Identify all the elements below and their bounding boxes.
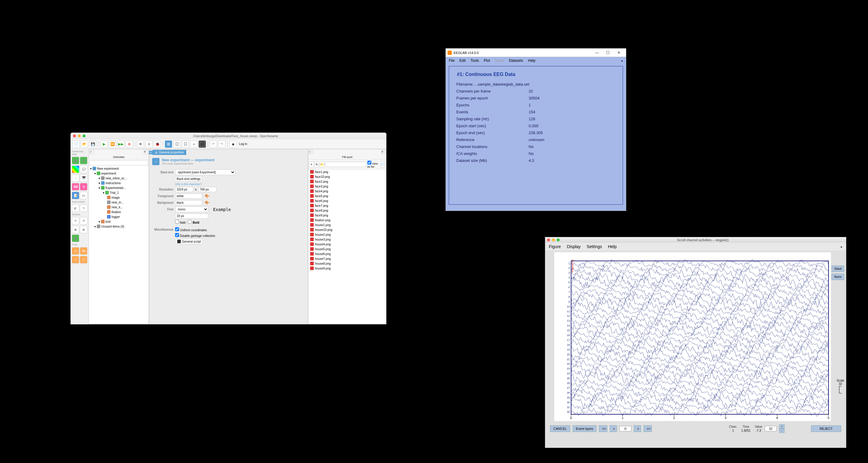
pygaze-tool-3[interactable]: ◉ [72,226,79,233]
file-item[interactable]: face5.png [308,193,386,198]
inline-script-tool[interactable]: py [80,192,87,199]
tab-button-3[interactable]: ☐ [182,141,189,148]
file-item[interactable]: house2.png [308,232,386,237]
nav-back2-button[interactable]: << [599,425,607,432]
cancel-button[interactable]: CANCEL [550,425,570,432]
save-button[interactable]: 💾 [89,141,96,148]
keyboard-tool[interactable]: ⌨ [72,183,79,190]
file-item[interactable]: face1.png [308,169,386,174]
logger-tool[interactable]: 📝 [72,192,79,199]
file-item[interactable]: house10.png [308,227,386,232]
bg-color-picker[interactable]: 🎨 [204,200,210,205]
file-item[interactable]: house5.png [308,247,386,251]
event-types-button[interactable]: Event types [572,425,596,432]
close-panel-icon[interactable]: × [381,150,385,154]
pygaze-tool-1[interactable]: 👁 [72,217,79,224]
feedback-tool[interactable]: 💬 [80,165,87,173]
zoom-traffic-light[interactable] [557,239,560,242]
pygaze-tool-4[interactable]: ◉ [80,226,87,233]
menu-edit[interactable]: Edit [459,59,466,63]
norm-button[interactable]: Norm [832,274,844,280]
sketchpad-tool[interactable] [72,165,79,173]
file-item[interactable]: house6.png [308,251,386,256]
sampler-tool[interactable]: ♪ [72,174,79,182]
menu-plot[interactable]: Plot [484,59,490,63]
eeg-plot-area[interactable]: boundary12345678910111213141516171819202… [554,252,831,421]
font-family-select[interactable]: mono [175,207,208,212]
pygaze-tool-2[interactable]: 👁 [80,217,87,224]
scale-input[interactable] [765,426,777,431]
fg-color-picker[interactable]: 🎨 [204,193,210,198]
new-file-button[interactable]: 📄 [72,141,80,148]
file-item[interactable]: house8.png [308,261,386,266]
tree-item[interactable]: logger [89,214,149,219]
reject-button[interactable]: REJECT [811,425,841,432]
close-traffic-light[interactable] [73,134,76,137]
minimize-traffic-light[interactable] [552,239,555,242]
kill-button[interactable]: ⊗ [126,141,133,148]
menu-datasets[interactable]: Datasets [509,59,523,63]
res-width-input[interactable] [175,187,193,192]
refresh-button[interactable]: ↻ [315,161,319,167]
tree-item[interactable]: ▾ Experimental... [89,185,149,190]
file-item[interactable]: face9.png [308,213,386,218]
file-item[interactable]: house7.png [308,256,386,261]
tree-item[interactable]: ▾ Unused items (3) [89,224,149,229]
tree-item[interactable]: fixation [89,210,149,214]
menu-file[interactable]: File [449,59,455,63]
form-tool-1[interactable]: ▭ [72,247,79,255]
info-button[interactable]: ⓘ [381,161,385,167]
synth-tool[interactable]: 🎹 [80,174,87,182]
minimize-button[interactable]: — [592,50,602,56]
file-item[interactable]: face4.png [308,189,386,193]
tree-item[interactable]: new_in... [89,200,149,205]
tree-item[interactable]: ▾ Trial_1 [89,190,149,195]
general-properties-tab[interactable]: ◎General properties [153,150,186,155]
nav-fwd-button[interactable]: > [634,425,641,432]
flow-tool-1[interactable]: ◐ [72,204,79,212]
tree-button[interactable]: ⦀ [145,141,153,148]
redo-button[interactable]: ↷ [218,141,225,148]
scale-up-button[interactable]: + [779,425,784,429]
file-item[interactable]: face2.png [308,179,386,184]
filepool-filter[interactable] [325,162,367,167]
zoom-traffic-light[interactable] [83,134,86,137]
open-button[interactable]: 📂 [81,141,88,148]
view-as-list-checkbox[interactable]: View as list [367,161,380,168]
gc-checkbox[interactable]: Disable garbage collection [175,233,215,238]
pin-icon[interactable]: ○ [90,150,94,154]
nav-back-button[interactable]: < [610,425,617,432]
bold-checkbox[interactable]: Bold [188,220,199,224]
res-height-input[interactable] [198,187,216,192]
scale-down-button[interactable]: - [779,429,784,433]
menu-tools[interactable]: Tools [470,59,479,63]
uniform-checkbox[interactable]: Uniform coordinates [175,227,207,232]
help-button[interactable]: ◈ [229,141,237,148]
menu-figure[interactable]: Figure [549,244,561,249]
file-item[interactable]: face6.png [308,198,386,203]
browse-button[interactable]: 📁 [320,161,324,167]
minimize-traffic-light[interactable] [78,134,81,137]
menu-more-icon[interactable]: ▸ [621,59,623,62]
file-item[interactable]: face3.png [308,184,386,189]
tab-button-4[interactable]: ⟐ [190,141,197,148]
tree-item[interactable]: ▾ end [89,219,149,224]
tree-item[interactable]: ▾ experiment [89,171,149,176]
pin-icon[interactable]: ○ [309,150,313,154]
background-input[interactable] [175,200,202,205]
file-item[interactable]: face10.png [308,174,386,179]
flow-tool-2[interactable]: ↻ [80,204,87,212]
tree-item[interactable]: new_k... [89,205,149,210]
close-tab-button[interactable]: ✕ [137,141,144,148]
menu-settings[interactable]: Settings [587,244,602,249]
maximize-button[interactable]: ☐ [602,50,613,56]
form-tool-3[interactable]: ✓ [72,256,79,264]
tree-item[interactable]: image [89,195,149,200]
close-button[interactable]: ✕ [613,50,624,56]
menu-display[interactable]: Display [567,244,581,249]
backend-settings-button[interactable]: Back-end settings [175,176,202,182]
file-item[interactable]: fixation.png [308,218,386,222]
close-traffic-light[interactable] [547,239,550,242]
foreground-input[interactable] [175,193,202,198]
menu-more-icon[interactable]: ▸ [841,245,842,248]
